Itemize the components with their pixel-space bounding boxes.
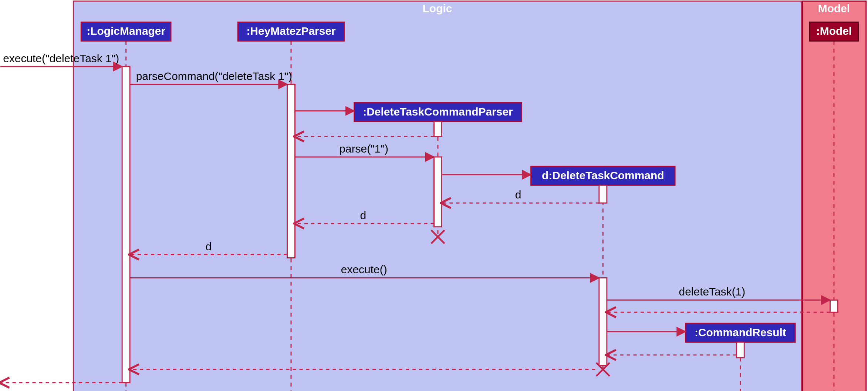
activation-dtc-2 — [599, 278, 607, 365]
head-label: :HeyMatezParser — [246, 25, 336, 37]
head-label: :LogicManager — [87, 25, 165, 37]
frame-title-model: Model — [818, 2, 850, 14]
head-model: :Model — [810, 22, 858, 41]
sequence-diagram: Logic Model :LogicManager :HeyMatezParse… — [0, 0, 868, 391]
head-dtc: d:DeleteTaskCommand — [531, 166, 675, 185]
activation-logicManager — [122, 67, 130, 383]
msg-label: execute() — [341, 263, 387, 275]
frame-title-logic: Logic — [423, 2, 452, 14]
activation-heyMatezParser — [287, 84, 295, 258]
head-commandResult: :CommandResult — [686, 323, 796, 342]
head-logicManager: :LogicManager — [81, 22, 171, 41]
msg-label: parse("1") — [339, 143, 388, 155]
activation-dtcParser-1 — [434, 121, 442, 136]
head-label: :CommandResult — [695, 326, 786, 338]
activation-commandResult — [736, 342, 744, 358]
activation-dtc-1 — [599, 185, 607, 203]
head-label: :Model — [816, 25, 852, 37]
msg-label: d — [360, 209, 366, 221]
head-dtcParser: :DeleteTaskCommandParser — [354, 103, 521, 121]
head-heyMatezParser: :HeyMatezParser — [238, 22, 344, 41]
head-label: :DeleteTaskCommandParser — [363, 106, 513, 118]
msg-label: d — [515, 188, 521, 201]
msg-label: d — [206, 240, 212, 253]
msg-label: deleteTask(1) — [679, 285, 746, 298]
activation-dtcParser-2 — [434, 157, 442, 227]
msg-label: execute("deleteTask 1") — [3, 52, 119, 64]
msg-label: parseCommand("deleteTask 1") — [136, 70, 292, 82]
activation-model — [830, 300, 838, 312]
head-label: d:DeleteTaskCommand — [542, 169, 664, 181]
